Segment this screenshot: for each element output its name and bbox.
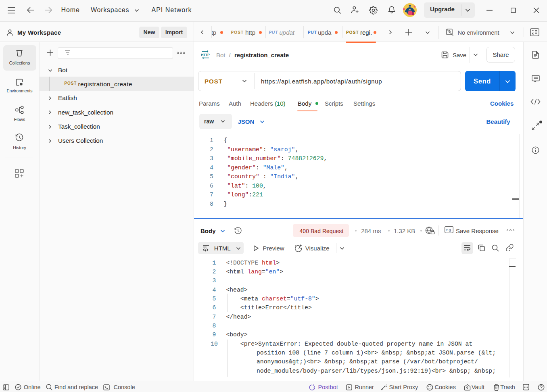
svg-text:HTTP: HTTP (201, 53, 210, 57)
svg-text:e.g.: e.g. (446, 228, 452, 232)
